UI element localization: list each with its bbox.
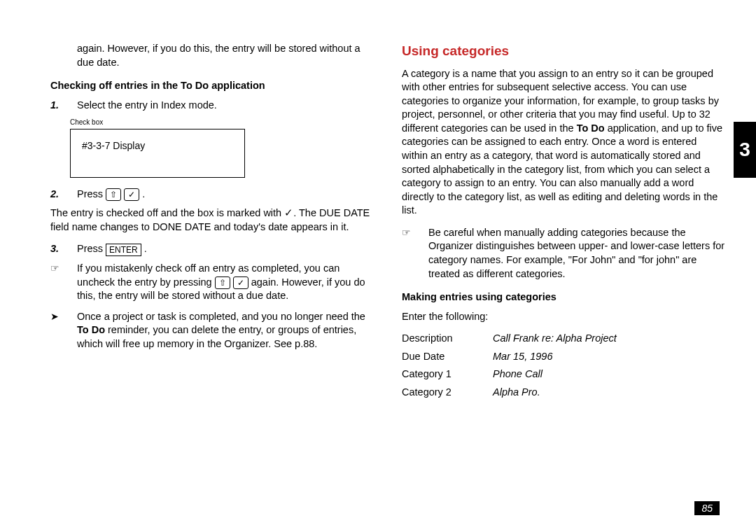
chapter-tab: 3 (734, 122, 756, 178)
intro-b: application, and up to five categories c… (402, 122, 722, 216)
step-number: 2. (50, 188, 67, 202)
step-1: 1. Select the entry in Index mode. (50, 99, 374, 113)
field-value: Call Frank re: Alpha Project (493, 332, 725, 346)
field-label: Category 2 (402, 386, 493, 400)
press-label: Press (77, 243, 106, 254)
note-text-a: Once a project or task is completed, and… (77, 311, 365, 322)
field-label: Due Date (402, 350, 493, 364)
checkbox-caption: Check box (70, 118, 374, 127)
table-row: Description Call Frank re: Alpha Project (402, 332, 725, 346)
left-column: again. However, if you do this, the entr… (50, 42, 374, 403)
period: . (144, 243, 147, 254)
enter-key-icon: ENTER (106, 244, 141, 256)
page-number: 85 (694, 501, 720, 515)
field-label: Description (402, 332, 493, 346)
todo-bold: To Do (577, 122, 605, 134)
note-case-sensitive: ☞ Be careful when manually adding catego… (402, 226, 725, 281)
content-columns: again. However, if you do this, the entr… (50, 42, 725, 403)
todo-bold: To Do (77, 324, 105, 335)
step-number: 3. (50, 242, 67, 256)
note-body: If you mistakenly check off an entry as … (77, 262, 374, 303)
note-delete-entry: ➤ Once a project or task is completed, a… (50, 310, 374, 351)
note-body: Once a project or task is completed, and… (77, 310, 374, 351)
step2-result: The entry is checked off and the box is … (50, 206, 374, 234)
shift-key-icon: ⇧ (106, 188, 121, 201)
table-row: Category 2 Alpha Pro. (402, 386, 725, 400)
shift-key-icon: ⇧ (215, 276, 230, 289)
step-2: 2. Press ⇧ ✓ . (50, 188, 374, 202)
section-title-using-categories: Using categories (402, 42, 725, 60)
field-value: Alpha Pro. (493, 386, 725, 400)
enter-following: Enter the following: (402, 310, 725, 324)
check-key-icon: ✓ (233, 276, 248, 289)
example-entry-table: Description Call Frank re: Alpha Project… (402, 332, 725, 399)
table-row: Category 1 Phone Call (402, 368, 725, 382)
field-label: Category 1 (402, 368, 493, 382)
step-number: 1. (50, 99, 67, 113)
subheading-checking-off: Checking off entries in the To Do applic… (50, 79, 374, 93)
step-text: Select the entry in Index mode. (77, 99, 374, 113)
manual-page: 3 85 again. However, if you do this, the… (0, 0, 756, 532)
subheading-making-entries: Making entries using categories (402, 290, 725, 304)
step-text: Press ⇧ ✓ . (77, 188, 374, 202)
note-text-b: reminder, you can delete the entry, or g… (77, 324, 356, 349)
step-text: Press ENTER . (77, 242, 374, 256)
intro-continuation: again. However, if you do this, the entr… (77, 42, 374, 69)
step-3: 3. Press ENTER . (50, 242, 374, 256)
check-key-icon: ✓ (124, 188, 139, 201)
note-body: Be careful when manually adding categori… (428, 226, 725, 281)
right-column: Using categories A category is a name th… (402, 42, 725, 403)
display-screenshot-box: #3-3-7 Display (70, 129, 245, 178)
press-label: Press (77, 188, 106, 200)
hand-pointer-icon: ☞ (50, 262, 67, 303)
table-row: Due Date Mar 15, 1996 (402, 350, 725, 364)
categories-intro: A category is a name that you assign to … (402, 67, 725, 218)
field-value: Phone Call (493, 368, 725, 382)
note-mistaken-check: ☞ If you mistakenly check off an entry a… (50, 262, 374, 303)
hand-pointer-icon: ☞ (402, 226, 419, 281)
arrow-icon: ➤ (50, 310, 67, 351)
field-value: Mar 15, 1996 (493, 350, 725, 364)
period: . (142, 188, 145, 200)
